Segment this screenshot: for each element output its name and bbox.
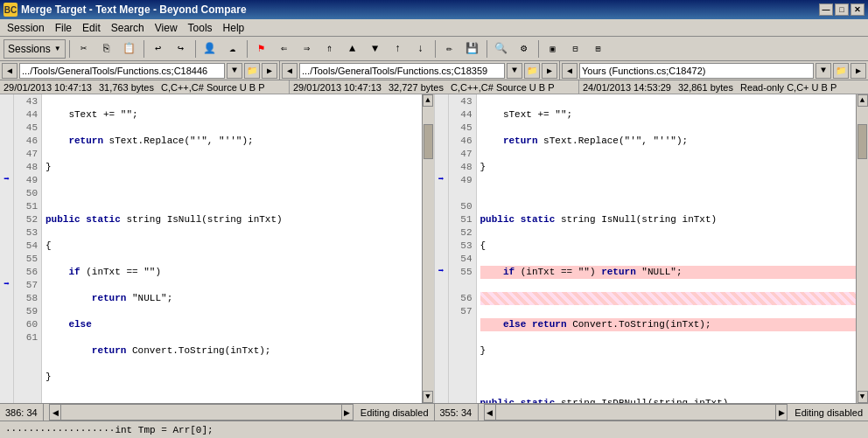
file-nav-left-prev[interactable]: ◀ bbox=[2, 63, 18, 79]
ln-52: 52 bbox=[14, 213, 38, 226]
cursor-pos-left: 386: 34 bbox=[5, 407, 38, 418]
menu-session[interactable]: Session bbox=[2, 19, 50, 36]
editor-scroll-left[interactable]: ➡ ➡ 43 44 45 46 47 48 4 bbox=[0, 94, 434, 403]
minimize-button[interactable]: — bbox=[819, 3, 833, 16]
file-dropdown-mid[interactable]: ▼ bbox=[507, 63, 522, 79]
menu-edit[interactable]: Edit bbox=[77, 19, 106, 36]
cloud-icon[interactable]: ☁ bbox=[222, 39, 243, 59]
code-line-r53: public static string IsDBNull(string inT… bbox=[480, 397, 857, 403]
file-nav-mid-prev[interactable]: ◀ bbox=[282, 63, 298, 79]
arrow-left-button[interactable]: ⇐ bbox=[274, 39, 295, 59]
sessions-dropdown[interactable]: Sessions bbox=[4, 39, 66, 59]
marker-46 bbox=[0, 134, 13, 147]
scrollbar-up-left[interactable]: ▲ bbox=[423, 94, 433, 107]
scroll-h-left-btn-left[interactable]: ◀ bbox=[49, 404, 61, 421]
file-dropdown-left[interactable]: ▼ bbox=[227, 63, 242, 79]
next-change-button[interactable]: ↓ bbox=[410, 39, 431, 59]
file-bars: ◀ ▼ 📁 ▶ ◀ ▼ 📁 ▶ ◀ ▼ 📁 ▶ bbox=[0, 61, 868, 80]
title-bar-buttons: — □ ✕ bbox=[819, 3, 864, 16]
prev-change-button[interactable]: ↑ bbox=[388, 39, 409, 59]
arrow-up-button[interactable]: ⇑ bbox=[319, 39, 340, 59]
bottom-pos-right: 355: 34 bbox=[435, 404, 479, 421]
marker-col-right: ➡ ➡ bbox=[435, 94, 449, 403]
layout2-button[interactable]: ⊟ bbox=[565, 39, 586, 59]
maximize-button[interactable]: □ bbox=[835, 3, 849, 16]
prev-diff-button[interactable]: ▲ bbox=[342, 39, 363, 59]
file-bar-right: ◀ ▼ 📁 ▶ bbox=[560, 61, 868, 80]
scroll-h-left-track[interactable] bbox=[61, 404, 341, 421]
toolbar-separator-2 bbox=[144, 40, 144, 58]
scroll-h-left-btn-right[interactable]: ▶ bbox=[341, 404, 354, 421]
scrollbar-v-left[interactable]: ▲ ▼ bbox=[422, 94, 434, 403]
rln-56 bbox=[449, 279, 472, 292]
line-numbers-left: 43 44 45 46 47 48 49 50 51 52 53 54 55 5… bbox=[14, 94, 42, 403]
flag-red-button[interactable]: ⚑ bbox=[251, 39, 272, 59]
toolbar-separator-3 bbox=[195, 40, 196, 58]
rln-54: 54 bbox=[449, 253, 472, 266]
scrollbar-down-left[interactable]: ▼ bbox=[423, 391, 433, 403]
settings-button[interactable]: ⚙ bbox=[514, 39, 535, 59]
scroll-h-right-btn-right[interactable]: ▶ bbox=[775, 404, 788, 421]
scrollbar-thumb-right[interactable] bbox=[858, 124, 867, 159]
editor-scroll-right[interactable]: ➡ ➡ 43 44 45 46 47 48 49 bbox=[435, 94, 869, 403]
code-right[interactable]: sText += ""; return sText.Replace("'", "… bbox=[477, 94, 857, 403]
code-line-r48: { bbox=[480, 240, 857, 253]
file-path-middle[interactable] bbox=[299, 63, 505, 79]
paste-button[interactable]: 📋 bbox=[119, 39, 140, 59]
rln-53: 53 bbox=[449, 240, 472, 253]
rmarker-54 bbox=[435, 252, 448, 265]
edit-button[interactable]: ✏ bbox=[439, 39, 460, 59]
scrollbar-down-right[interactable]: ▼ bbox=[858, 391, 868, 403]
scrollbar-up-right[interactable]: ▲ bbox=[858, 94, 868, 107]
rln-44: 44 bbox=[449, 108, 472, 122]
ln-58: 58 bbox=[14, 292, 38, 305]
scroll-h-right-track[interactable] bbox=[496, 404, 776, 421]
file-browse-right[interactable]: 📁 bbox=[833, 63, 849, 79]
marker-52 bbox=[0, 212, 13, 226]
file-nav-right-prev[interactable]: ◀ bbox=[562, 63, 578, 79]
code-line-l43: sText += ""; bbox=[46, 108, 422, 122]
file-next-mid[interactable]: ▶ bbox=[542, 63, 557, 79]
menu-help[interactable]: Help bbox=[218, 19, 250, 36]
menu-search[interactable]: Search bbox=[106, 19, 150, 36]
file-dropdown-right[interactable]: ▼ bbox=[816, 63, 831, 79]
toolbar-separator-6 bbox=[486, 40, 487, 58]
cut-button[interactable]: ✂ bbox=[74, 39, 94, 59]
undo-button[interactable]: ↩ bbox=[148, 39, 169, 59]
code-line-r52 bbox=[480, 371, 857, 384]
redo-button[interactable]: ↪ bbox=[171, 39, 192, 59]
file-path-right[interactable] bbox=[579, 63, 814, 79]
rmarker-57 bbox=[435, 304, 448, 317]
next-diff-button[interactable]: ▼ bbox=[365, 39, 386, 59]
menu-view[interactable]: View bbox=[150, 19, 183, 36]
status-format-left: C,C++,C# Source U B P bbox=[161, 82, 265, 93]
person-icon[interactable]: 👤 bbox=[200, 39, 220, 59]
file-browse-left[interactable]: 📁 bbox=[244, 63, 260, 79]
save-button[interactable]: 💾 bbox=[462, 39, 483, 59]
scrollbar-thumb-left[interactable] bbox=[424, 124, 433, 159]
scroll-h-right-btn-left[interactable]: ◀ bbox=[484, 404, 496, 421]
scrollbar-v-right[interactable]: ▲ ▼ bbox=[856, 94, 868, 403]
file-next-left[interactable]: ▶ bbox=[262, 63, 277, 79]
code-line-r46 bbox=[480, 187, 857, 200]
file-browse-mid[interactable]: 📁 bbox=[524, 63, 540, 79]
file-bar-left: ◀ ▼ 📁 ▶ bbox=[0, 61, 280, 80]
file-next-right[interactable]: ▶ bbox=[850, 63, 866, 79]
menu-file[interactable]: File bbox=[50, 19, 77, 36]
toolbar-separator-4 bbox=[247, 40, 248, 58]
close-button[interactable]: ✕ bbox=[850, 3, 864, 16]
rmarker-58 bbox=[435, 317, 448, 330]
code-left[interactable]: sText += ""; return sText.Replace("'", "… bbox=[42, 94, 422, 403]
zoom-in-button[interactable]: 🔍 bbox=[491, 39, 512, 59]
layout3-button[interactable]: ⊞ bbox=[588, 39, 609, 59]
copy-button[interactable]: ⎘ bbox=[96, 39, 117, 59]
status-middle: 29/01/2013 10:47:13 32,727 bytes C,C++,C… bbox=[290, 80, 579, 94]
code-line-r45: } bbox=[480, 161, 857, 174]
layout1-button[interactable]: ▣ bbox=[542, 39, 564, 59]
code-line-l48: { bbox=[46, 240, 422, 253]
rln-57: 57 bbox=[449, 305, 472, 318]
bottom-code-preview: ···················int Tmp = Arr[0]; bbox=[5, 425, 214, 435]
arrow-right-button[interactable]: ⇒ bbox=[297, 39, 318, 59]
file-path-left[interactable] bbox=[19, 63, 225, 79]
menu-tools[interactable]: Tools bbox=[183, 19, 218, 36]
